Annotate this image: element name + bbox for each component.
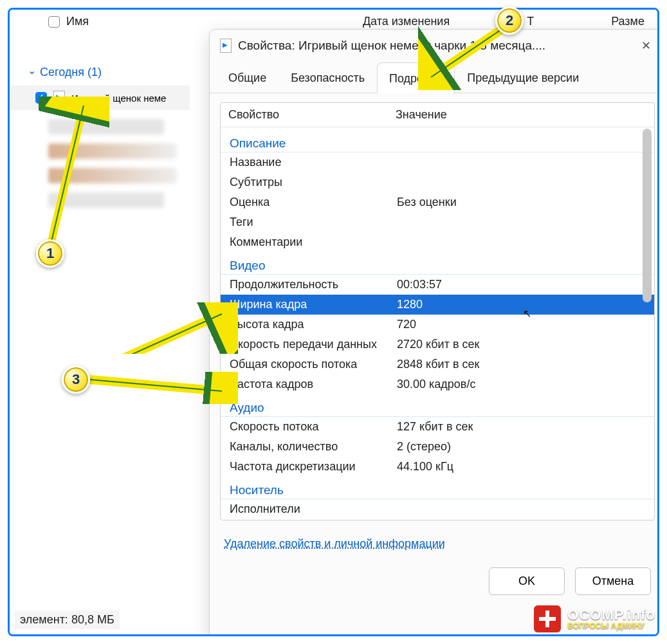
dialog-title: Свойства: Игривый щенок немецк чарки 1.5…: [238, 39, 545, 53]
header-property: Свойство: [228, 108, 396, 122]
video-file-icon: [53, 91, 65, 105]
prop-samplerate[interactable]: Частота дискретизации44.100 кГц: [221, 457, 654, 477]
prop-framerate[interactable]: Частота кадров30.00 кадров/с: [221, 374, 654, 394]
chevron-down-icon: [28, 66, 36, 79]
prop-data-bitrate[interactable]: Скорость передачи данных2720 кбит в сек: [221, 335, 654, 354]
watermark: OCOMP.info ВОПРОСЫ АДМИНУ: [534, 605, 655, 632]
watermark-title: OCOMP.info: [567, 608, 655, 622]
cancel-button[interactable]: Отмена: [575, 567, 651, 595]
blurred-file: [48, 143, 177, 159]
blurred-file: [48, 168, 177, 183]
properties-dialog: Свойства: Игривый щенок немецк чарки 1.5…: [209, 29, 659, 636]
column-modified[interactable]: Дата изменения: [363, 15, 450, 28]
scrollbar[interactable]: [643, 129, 652, 302]
tabs: Общие Безопасность Подробно Предыдущие в…: [210, 62, 659, 93]
section-audio: Аудио: [221, 397, 654, 417]
blurred-file: [48, 119, 164, 134]
section-description: Описание: [221, 133, 654, 152]
select-all-checkbox[interactable]: [48, 16, 60, 28]
section-video: Видео: [221, 255, 654, 275]
ok-button[interactable]: OK: [489, 567, 565, 595]
video-file-icon: [220, 39, 232, 53]
section-media: Носитель: [221, 479, 654, 499]
prop-title[interactable]: Название: [221, 152, 654, 172]
prop-total-bitrate[interactable]: Общая скорость потока2848 кбит в сек: [221, 354, 654, 374]
column-size[interactable]: Разме: [611, 15, 644, 28]
prop-frame-height[interactable]: Высота кадра720: [221, 315, 654, 335]
watermark-icon: [534, 605, 561, 632]
prop-tags[interactable]: Теги: [221, 212, 654, 232]
prop-comments[interactable]: Комментарии: [221, 232, 654, 252]
tab-previous[interactable]: Предыдущие версии: [455, 62, 591, 93]
prop-subtitles[interactable]: Субтитры: [221, 172, 654, 192]
watermark-subtitle: ВОПРОСЫ АДМИНУ: [567, 622, 655, 630]
column-name[interactable]: Имя: [66, 15, 89, 28]
callout-badge-2: 2: [495, 6, 524, 35]
close-icon[interactable]: ✕: [637, 39, 655, 53]
prop-duration[interactable]: Продолжительность00:03:57: [221, 275, 654, 295]
status-bar: элемент: 80,8 МБ: [15, 611, 120, 629]
file-name: Игривый щенок неме: [71, 93, 166, 104]
properties-list: Свойство Значение Описание Название Субт…: [220, 102, 655, 520]
tab-details[interactable]: Подробно: [377, 62, 455, 93]
blurred-file: [48, 192, 164, 208]
callout-badge-3: 3: [62, 365, 90, 394]
column-type[interactable]: Т: [527, 15, 534, 28]
prop-frame-width[interactable]: Ширина кадра1280: [221, 295, 654, 315]
file-row-selected[interactable]: Игривый щенок неме: [10, 86, 190, 110]
file-checkbox[interactable]: [35, 92, 47, 104]
remove-properties-link[interactable]: Удаление свойств и личной информации: [224, 537, 659, 551]
prop-rating[interactable]: ОценкаБез оценки: [221, 192, 654, 212]
prop-audio-bitrate[interactable]: Скорость потока127 кбит в сек: [221, 417, 654, 437]
tab-general[interactable]: Общие: [216, 62, 279, 93]
callout-badge-1: 1: [36, 239, 64, 268]
prop-performers[interactable]: Исполнители: [221, 499, 654, 519]
prop-channels[interactable]: Каналы, количество2 (стерео): [221, 437, 654, 457]
tab-security[interactable]: Безопасность: [279, 62, 377, 93]
header-value: Значение: [396, 108, 447, 122]
